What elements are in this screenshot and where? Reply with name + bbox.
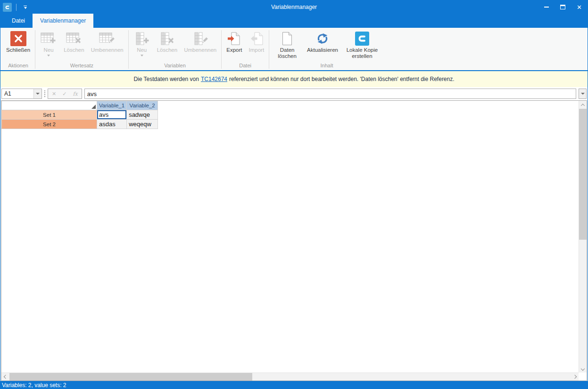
- formula-bar-expand-button[interactable]: [579, 89, 587, 99]
- scroll-up-button[interactable]: [579, 101, 587, 109]
- ribbon: Schließen Aktionen Neu: [0, 28, 588, 71]
- window-title: Variablenmanager: [0, 4, 588, 10]
- row-header-set-1[interactable]: Set 1: [2, 110, 97, 120]
- name-box-dropdown[interactable]: [33, 89, 41, 98]
- vertical-scrollbar[interactable]: [579, 101, 587, 373]
- ribbon-group-datei: Export Import Datei: [222, 28, 269, 70]
- horizontal-scrollbar-thumb[interactable]: [9, 373, 252, 381]
- cancel-entry-icon[interactable]: ✕: [52, 91, 56, 97]
- chevron-up-icon: [581, 104, 585, 107]
- column-header-variable-1[interactable]: Variable_1: [97, 101, 127, 110]
- chevron-down-icon: [581, 93, 585, 95]
- quick-access-dropdown-icon[interactable]: [21, 4, 30, 10]
- cell-b2[interactable]: weqeqw: [127, 120, 158, 129]
- export-icon: [227, 30, 242, 47]
- chevron-down-icon: [581, 366, 585, 370]
- row-header-set-2[interactable]: Set 2: [2, 120, 97, 129]
- button-label: Aktualisieren: [307, 47, 338, 53]
- blank-page-icon: [282, 30, 293, 47]
- column-rename-icon: [192, 30, 209, 47]
- ribbon-group-variablen: Neu Löschen Umbenennen Variablen: [129, 28, 222, 70]
- table-row: Set 2 asdas weqeqw: [2, 120, 158, 129]
- group-label-variablen: Variablen: [130, 62, 220, 70]
- reference-info-bar: Die Testdaten werden von TC142674 refere…: [0, 71, 588, 87]
- formula-input[interactable]: [84, 89, 576, 99]
- wertesatz-neu-button[interactable]: Neu: [37, 28, 60, 57]
- button-label: Löschen: [64, 47, 84, 53]
- wertesatz-loeschen-button[interactable]: Löschen: [60, 28, 87, 53]
- tab-variablenmanager[interactable]: Variablenmanager: [33, 14, 93, 28]
- column-header-variable-2[interactable]: Variable_2: [127, 101, 158, 110]
- formula-bar-drag-handle[interactable]: [44, 90, 45, 97]
- spreadsheet-area: Variable_1 Variable_2 Set 1 avs sadwqe S…: [1, 100, 587, 381]
- minimize-button[interactable]: [538, 0, 555, 14]
- button-label: Neu: [137, 47, 147, 53]
- button-label: Löschen: [157, 47, 177, 53]
- button-label: Export: [226, 47, 242, 53]
- group-label-aktionen: Aktionen: [3, 62, 33, 70]
- button-label: Umbenennen: [184, 47, 216, 53]
- confirm-entry-icon[interactable]: ✓: [62, 91, 66, 97]
- table-rename-icon: [99, 30, 116, 47]
- cell-b1[interactable]: sadwqe: [127, 110, 158, 120]
- button-label: Neu: [44, 47, 54, 53]
- scroll-right-button[interactable]: [571, 373, 579, 381]
- chevron-down-icon: [47, 55, 50, 57]
- table-add-icon: [40, 30, 57, 47]
- title-bar: Variablenmanager ✕: [0, 0, 588, 14]
- testcase-link[interactable]: TC142674: [201, 76, 227, 82]
- ribbon-group-aktionen: Schließen Aktionen: [1, 28, 35, 70]
- ribbon-group-inhalt: Daten löschen Aktualisieren Lokale Kopie…: [269, 28, 384, 70]
- button-label: Daten löschen: [274, 47, 300, 59]
- ribbon-group-wertesatz: Neu Löschen Umbenennen Wertesatz: [35, 28, 128, 70]
- vertical-scrollbar-thumb[interactable]: [579, 109, 587, 240]
- daten-loeschen-button[interactable]: Daten löschen: [271, 28, 304, 59]
- aktualisieren-button[interactable]: Aktualisieren: [304, 28, 341, 53]
- formula-bar: A1 ✕ ✓ fx: [0, 87, 588, 100]
- horizontal-scrollbar[interactable]: [1, 373, 579, 381]
- maximize-icon: [560, 5, 565, 9]
- cell-a1[interactable]: avs: [97, 110, 127, 120]
- cell-name-box[interactable]: A1: [1, 89, 42, 99]
- table-row: Set 1 avs sadwqe: [2, 110, 158, 120]
- formula-buttons: ✕ ✓ fx: [48, 89, 82, 99]
- insert-function-icon[interactable]: fx: [73, 91, 77, 97]
- group-label-inhalt: Inhalt: [271, 62, 383, 70]
- maximize-button[interactable]: [555, 0, 571, 14]
- scroll-left-button[interactable]: [1, 373, 9, 381]
- chevron-down-icon: [141, 55, 143, 57]
- info-text-after: referenziert und können nur dort bearbei…: [229, 76, 455, 82]
- lokale-kopie-erstellen-button[interactable]: Lokale Kopie erstellen: [341, 28, 383, 59]
- variablen-umbenennen-button[interactable]: Umbenennen: [181, 28, 220, 53]
- cell-a2[interactable]: asdas: [97, 120, 127, 129]
- close-icon: ✕: [577, 4, 582, 11]
- variablen-loeschen-button[interactable]: Löschen: [154, 28, 181, 53]
- export-button[interactable]: Export: [223, 28, 245, 53]
- variables-table: Variable_1 Variable_2 Set 1 avs sadwqe S…: [1, 101, 158, 129]
- select-all-triangle-icon: [91, 105, 96, 109]
- button-label: Schließen: [6, 47, 30, 53]
- wertesatz-umbenennen-button[interactable]: Umbenennen: [88, 28, 127, 53]
- titlebar-separator: [16, 4, 17, 11]
- button-label: Lokale Kopie erstellen: [345, 47, 380, 59]
- variablen-neu-button[interactable]: Neu: [130, 28, 154, 57]
- status-bar: Variables: 2, value sets: 2: [0, 381, 588, 389]
- app-logo-icon[interactable]: [3, 3, 12, 12]
- chevron-right-icon: [572, 375, 576, 379]
- chevron-left-icon: [3, 375, 7, 379]
- refresh-icon: [315, 30, 330, 47]
- status-text: Variables: 2, value sets: 2: [2, 382, 66, 389]
- schliessen-button[interactable]: Schließen: [3, 28, 33, 53]
- column-add-icon: [133, 30, 150, 47]
- close-button[interactable]: ✕: [571, 0, 588, 14]
- close-window-icon: [10, 30, 26, 47]
- app-copy-icon: [355, 30, 369, 47]
- select-all-corner-cell[interactable]: [2, 101, 97, 110]
- minimize-icon: [544, 7, 549, 8]
- button-label: Import: [248, 47, 264, 53]
- import-button[interactable]: Import: [245, 28, 267, 53]
- ribbon-tab-strip: Datei Variablenmanager: [0, 14, 588, 28]
- tab-datei[interactable]: Datei: [4, 14, 33, 28]
- table-delete-icon: [66, 30, 83, 47]
- scroll-down-button[interactable]: [579, 365, 587, 373]
